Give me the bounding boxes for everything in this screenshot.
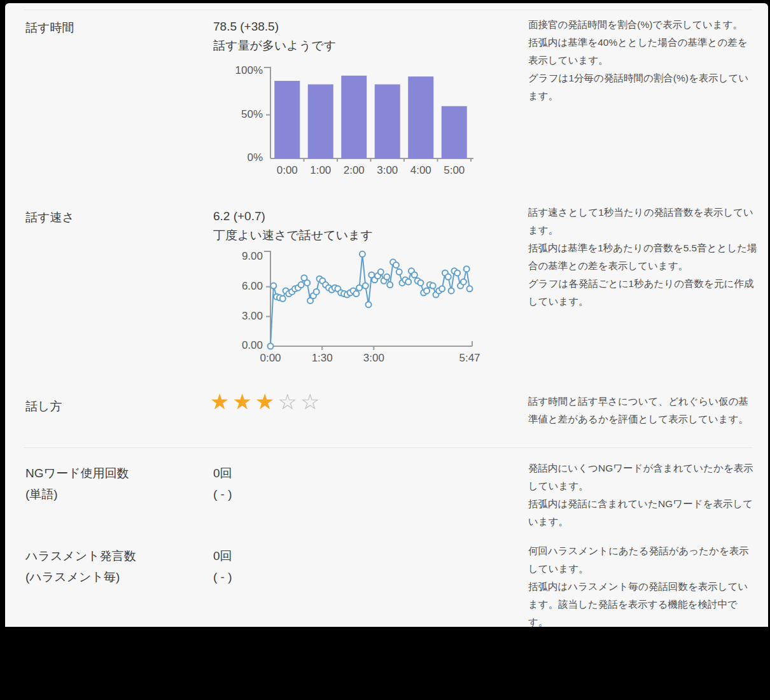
description-harassment: 何回ハラスメントにあたる発話があったかを表示しています。 括弧内はハラスメント毎… bbox=[528, 542, 757, 631]
metric-label-harassment-sub: (ハラスメント毎) bbox=[25, 566, 120, 587]
svg-text:0:00: 0:00 bbox=[277, 164, 298, 176]
svg-text:2:00: 2:00 bbox=[344, 164, 365, 176]
svg-text:6.00: 6.00 bbox=[242, 280, 263, 292]
metric-comment-speaking-time: 話す量が多いようです bbox=[213, 35, 336, 56]
svg-text:0:00: 0:00 bbox=[260, 352, 281, 364]
metric-value-ng-words: 0回 bbox=[213, 463, 232, 484]
svg-text:0.00: 0.00 bbox=[242, 339, 263, 351]
svg-text:3:00: 3:00 bbox=[377, 164, 398, 176]
star-filled-icon: ★ bbox=[232, 389, 255, 414]
metric-value-harassment-sub: ( - ) bbox=[213, 566, 232, 587]
metric-value-speaking-time: 78.5 (+38.5) bbox=[213, 16, 279, 37]
svg-text:5:47: 5:47 bbox=[459, 352, 480, 364]
metric-label-speaking-speed: 話す速さ bbox=[25, 207, 74, 228]
section-divider bbox=[24, 447, 753, 448]
svg-text:100%: 100% bbox=[235, 64, 263, 76]
metric-label-speaking-style: 話し方 bbox=[25, 396, 62, 417]
description-ng-words: 発話内にいくつNGワードが含まれていたかを表示しています。 括弧内は発話に含まれ… bbox=[528, 459, 757, 531]
svg-text:5:00: 5:00 bbox=[444, 164, 465, 176]
description-speaking-speed: 話す速さとして1秒当たりの発話音数を表示しています。 括弧内は基準を1秒あたりの… bbox=[528, 204, 757, 311]
metric-label-harassment: ハラスメント発言数 bbox=[25, 545, 136, 566]
star-filled-icon: ★ bbox=[210, 389, 232, 414]
speaking-speed-line-chart: 0.003.006.009.000:001:303:005:47 bbox=[229, 242, 490, 375]
metric-value-ng-words-sub: ( - ) bbox=[213, 484, 232, 505]
star-empty-icon: ☆ bbox=[300, 389, 323, 414]
svg-text:3.00: 3.00 bbox=[242, 310, 263, 322]
metric-label-speaking-time: 話す時間 bbox=[25, 17, 74, 38]
metric-label-ng-words: NGワード使用回数 bbox=[25, 463, 129, 484]
report-panel: 話す時間 78.5 (+38.5) 話す量が多いようです 0%50%100%0:… bbox=[5, 3, 768, 627]
svg-text:1:00: 1:00 bbox=[310, 164, 331, 176]
svg-text:50%: 50% bbox=[241, 108, 263, 120]
description-speaking-style: 話す時間と話す早さについて、どれぐらい仮の基準値と差があるかを評価として表示して… bbox=[528, 393, 757, 428]
top-divider bbox=[24, 10, 753, 10]
svg-text:4:00: 4:00 bbox=[410, 164, 431, 176]
star-empty-icon: ☆ bbox=[277, 389, 300, 414]
description-speaking-time: 面接官の発話時間を割合(%)で表示しています。 括弧内は基準を40%ととした場合… bbox=[528, 16, 757, 105]
metric-value-speaking-speed: 6.2 (+0.7) bbox=[213, 206, 265, 227]
star-filled-icon: ★ bbox=[255, 389, 277, 414]
speaking-time-bar-chart: 0%50%100%0:001:002:003:004:005:00 bbox=[229, 59, 490, 186]
svg-text:1:30: 1:30 bbox=[312, 352, 333, 364]
svg-text:3:00: 3:00 bbox=[363, 352, 384, 364]
svg-text:9.00: 9.00 bbox=[242, 250, 263, 262]
svg-text:0%: 0% bbox=[247, 151, 263, 164]
metric-label-ng-words-sub: (単語) bbox=[25, 484, 58, 505]
metric-value-harassment: 0回 bbox=[213, 545, 232, 566]
speaking-style-star-rating: ★★★☆☆ bbox=[210, 389, 323, 414]
